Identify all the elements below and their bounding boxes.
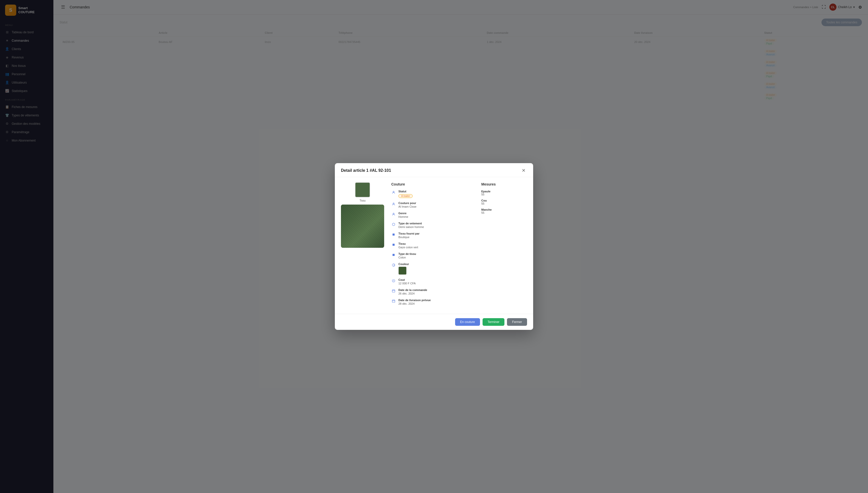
svg-point-0 [393,191,394,192]
svg-point-6 [392,264,395,266]
tissu-fourni-value: Boutique [398,236,420,239]
cout-icon [391,279,396,283]
genre-icon [391,212,396,216]
mesure-row: Manche 55 [481,208,527,214]
date-livraison-icon [391,299,396,303]
mesure-label: Epaule [481,190,527,193]
date-livraison-value: 28 déc. 2024 [398,302,431,305]
couture-section-title: Couture [391,182,474,186]
modal-body: Tissu Couture Statut A traiter [335,177,533,314]
mesure-row: Cou 55 [481,199,527,205]
couleur-swatch [398,266,406,275]
svg-point-1 [393,203,394,204]
statut-content: Statut A traiter [398,190,412,198]
mesures-section: Mesures Epaule 55 Cou 55 Manche 55 [481,182,527,309]
genre-value: Homme [398,215,408,218]
en-couture-button[interactable]: En couture [455,318,480,326]
date-livraison-content: Date de livraison prévue 28 déc. 2024 [398,299,431,305]
mesure-row: Epaule 55 [481,190,527,196]
mesure-label: Cou [481,199,527,202]
fabric-thumb-label: Tissu [360,199,366,202]
svg-rect-8 [392,290,395,292]
statut-row: Statut A traiter [391,190,474,198]
svg-rect-12 [392,300,395,302]
type-tissu-row: Type de tissu Coton [391,252,474,259]
mesure-label: Manche [481,208,527,211]
svg-rect-5 [393,254,395,256]
tissu-fourni-row: Tissu fourni par Boutique [391,232,474,239]
type-vetement-content: Type de vetement Demi saison homme [398,222,424,229]
modal-left-panel: Tissu [341,182,384,309]
cout-content: Cout 12 000 F CFA [398,278,416,285]
fabric-image-fill [341,205,384,248]
terminer-button[interactable]: Terminer [483,318,505,326]
statut-label: Statut [398,190,412,193]
mesures-section-title: Mesures [481,182,527,186]
statut-badge: A traiter [398,194,412,198]
couture-pour-label: Couture pour [398,201,417,205]
cout-value: 12 000 F CFA [398,282,416,285]
fabric-thumbnail[interactable] [355,182,370,197]
mesure-value: 55 [481,193,527,196]
date-commande-value: 26 déc. 2024 [398,292,427,295]
mesures-list: Epaule 55 Cou 55 Manche 55 [481,190,527,214]
tissu-fourni-label: Tissu fourni par [398,232,420,235]
tissu-label: Tissu [398,242,418,245]
date-commande-content: Date de la commande 26 déc. 2024 [398,288,427,295]
tissu-value: Gaze coton vert [398,246,418,249]
couleur-row: Couleur [391,262,474,275]
type-vetement-icon [391,222,396,227]
couture-section: Couture Statut A traiter [391,182,474,309]
date-commande-row: Date de la commande 26 déc. 2024 [391,288,474,295]
modal-close-button[interactable]: ✕ [520,168,527,173]
cout-label: Cout [398,278,416,281]
type-vetement-label: Type de vetement [398,222,424,225]
tissu-fourni-content: Tissu fourni par Boutique [398,232,420,239]
genre-row: Genre Homme [391,212,474,218]
fermer-button[interactable]: Fermer [507,318,527,326]
detail-modal: Detail article 1 #AL 92-101 ✕ Tissu Cout… [335,163,533,330]
svg-point-2 [393,213,394,214]
couleur-label: Couleur [398,262,409,265]
couture-pour-icon [391,202,396,206]
tissu-row: Tissu Gaze coton vert [391,242,474,249]
mesure-value: 55 [481,211,527,214]
modal-header: Detail article 1 #AL 92-101 ✕ [335,163,533,177]
mesure-value: 55 [481,202,527,205]
date-livraison-row: Date de livraison prévue 28 déc. 2024 [391,299,474,305]
date-commande-icon [391,289,396,293]
modal-footer: En couture Terminer Fermer [335,314,533,330]
date-livraison-label: Date de livraison prévue [398,299,431,302]
genre-label: Genre [398,212,408,215]
cout-row: Cout 12 000 F CFA [391,278,474,285]
couture-pour-row: Couture pour Al Imam Cisse [391,201,474,208]
type-tissu-label: Type de tissu [398,252,416,255]
tissu-content: Tissu Gaze coton vert [398,242,418,249]
couleur-icon [391,263,396,267]
type-vetement-value: Demi saison homme [398,226,424,229]
type-tissu-content: Type de tissu Coton [398,252,416,259]
fabric-thumb-swatch [357,184,368,195]
date-commande-label: Date de la commande [398,288,427,292]
type-tissu-value: Coton [398,256,416,259]
type-tissu-icon [391,253,396,257]
modal-title: Detail article 1 #AL 92-101 [341,168,391,173]
tissu-icon [391,242,396,247]
couture-pour-content: Couture pour Al Imam Cisse [398,201,417,208]
statut-icon [391,190,396,195]
svg-rect-3 [393,234,395,236]
svg-rect-4 [393,244,395,246]
couture-pour-value: Al Imam Cisse [398,205,417,208]
type-vetement-row: Type de vetement Demi saison homme [391,222,474,229]
couleur-content: Couleur [398,262,409,275]
tissu-fourni-icon [391,232,396,237]
fabric-image [341,205,384,248]
genre-content: Genre Homme [398,212,408,218]
modal-overlay: Detail article 1 #AL 92-101 ✕ Tissu Cout… [0,0,868,493]
